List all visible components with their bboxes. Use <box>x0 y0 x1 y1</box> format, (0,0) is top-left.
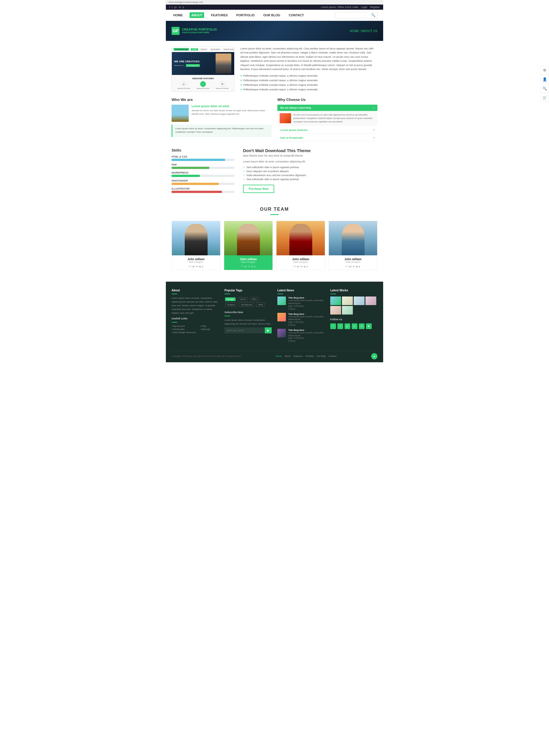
tag-uiux[interactable]: UI/UX <box>238 297 248 301</box>
accordion-body-1: At vero eos et accusamus et iusto odio d… <box>277 111 377 126</box>
login-link[interactable]: Login <box>361 6 367 9</box>
team-photo-1 <box>172 221 220 255</box>
accordion-header-1[interactable]: We are always improving − <box>277 105 377 111</box>
instagram-icon[interactable]: in <box>179 6 181 9</box>
team-fb-4[interactable]: f <box>346 265 346 268</box>
team-in-4[interactable]: in <box>353 265 355 268</box>
footer-links-left: My Account Shortcodes Web Design Resourc… <box>172 325 196 334</box>
nav-contact[interactable]: CONTACT <box>287 12 306 18</box>
footer-bottom-blog[interactable]: Our Blog <box>317 355 326 357</box>
footer-link-shortcodes[interactable]: Shortcodes <box>172 328 196 331</box>
search-input[interactable] <box>337 14 371 17</box>
skill-wordpress: WORDPRESS <box>172 171 234 177</box>
team-tw-3[interactable]: t <box>295 265 296 268</box>
logo-title-portfolio: PORTFOLIO <box>198 28 217 31</box>
team-social-4: f t g+ in ig p <box>331 265 375 268</box>
team-pi-3[interactable]: p <box>307 265 308 268</box>
footer-link-webdesign[interactable]: Web Design Resource <box>172 331 196 334</box>
nav-about[interactable]: ABOUT <box>190 12 204 18</box>
mockup-icon-2: ✓ Awesome Title Here <box>197 81 210 89</box>
footer-bottom-home[interactable]: Home <box>276 355 282 357</box>
follow-yt-icon[interactable]: ▶ <box>366 323 372 329</box>
nav-features[interactable]: FEATURES <box>209 12 229 18</box>
nav-search-box[interactable]: 🔍 <box>335 12 377 18</box>
footer-link-sitemap[interactable]: Sitemap <box>200 328 210 331</box>
mockup-label-2: Awesome Title Here <box>197 87 210 89</box>
footer-about-title: About <box>172 289 219 292</box>
register-link[interactable]: Register <box>370 6 380 9</box>
team-fb-2[interactable]: f <box>241 265 242 268</box>
team-ig-1[interactable]: ig <box>199 265 201 268</box>
follow-tw-icon[interactable]: t <box>337 323 343 329</box>
follow-pi-icon[interactable]: p <box>352 323 357 329</box>
logo-tagline: YOUR SLOGAN GOES HERE <box>182 31 217 34</box>
mockup-label-1: Awesome Title Here <box>177 87 190 89</box>
pinterest-icon[interactable]: p <box>182 6 184 9</box>
team-photo-3 <box>277 221 325 255</box>
skill-html-bar <box>172 159 234 161</box>
footer-link-faq[interactable]: FAQ <box>200 325 210 327</box>
work-1 <box>330 297 341 305</box>
skill-wordpress-label: WORDPRESS <box>172 171 234 174</box>
news-thumb-1 <box>277 297 286 305</box>
team-pi-2[interactable]: p <box>254 265 255 268</box>
news-date-1: Date: 17/12/2016 2:00 pm <box>288 305 325 311</box>
tag-graphic[interactable]: Graphic <box>225 303 237 307</box>
facebook-icon[interactable]: f <box>169 6 170 9</box>
team-tw-1[interactable]: t <box>190 265 191 268</box>
subscribe-email-input[interactable] <box>224 327 265 333</box>
follow-fb-icon[interactable]: f <box>330 323 336 329</box>
search-icon[interactable]: 🔍 <box>371 13 375 17</box>
skill-photoshop-fill <box>172 183 219 185</box>
team-fb-1[interactable]: f <box>189 265 189 268</box>
nav-blog[interactable]: OUR BLOG <box>262 12 282 18</box>
tag-design[interactable]: Design <box>225 297 236 301</box>
footer-bottom-features[interactable]: Features <box>293 355 303 357</box>
team-tw-2[interactable]: t <box>243 265 243 268</box>
team-in-2[interactable]: in <box>248 265 250 268</box>
team-ig-4[interactable]: ig <box>356 265 358 268</box>
news-text-1: Title Blog Here Lorem ipsum dolor sit am… <box>288 297 325 310</box>
footer-divider-3 <box>277 294 283 294</box>
footer-bottom-about[interactable]: About <box>285 355 291 357</box>
subscribe-button[interactable]: ▶ <box>265 327 272 333</box>
follow-gp-icon[interactable]: g+ <box>345 323 350 329</box>
team-pi-4[interactable]: p <box>359 265 360 268</box>
googleplus-icon[interactable]: g+ <box>174 6 177 9</box>
team-in-3[interactable]: in <box>301 265 303 268</box>
tag-web[interactable]: Web <box>256 303 265 307</box>
footer-bottom-contact[interactable]: Contact <box>329 355 337 357</box>
follow-in-icon[interactable]: in <box>359 323 365 329</box>
team-gp-1[interactable]: g+ <box>192 265 195 268</box>
team-tw-4[interactable]: t <box>347 265 348 268</box>
footer-divider-sub <box>224 316 230 316</box>
accordion-header-3[interactable]: Sed ut Perspiciatis + <box>277 135 377 141</box>
breadcrumb-current: ABOUT US <box>361 29 377 33</box>
accordion-header-2[interactable]: Lorem Ipsum Dolorem + <box>277 127 377 134</box>
mockup-label-3: Awesome Title Here <box>216 87 229 89</box>
tag-seo[interactable]: SEO <box>250 297 259 301</box>
team-ig-2[interactable]: ig <box>251 265 253 268</box>
team-fb-3[interactable]: f <box>293 265 294 268</box>
team-in-1[interactable]: in <box>196 265 198 268</box>
nav-home[interactable]: HOME <box>172 12 184 18</box>
who-we-are-title: Who We are <box>172 98 272 102</box>
tag-wordpress[interactable]: Wordpress <box>239 303 254 307</box>
footer-divider-4 <box>330 294 336 294</box>
team-photo-4 <box>329 221 377 255</box>
twitter-icon[interactable]: t <box>172 6 173 9</box>
team-ig-3[interactable]: ig <box>304 265 305 268</box>
nav-portfolio[interactable]: PORTFOLIO <box>235 12 256 18</box>
skill-php-bar <box>172 167 234 169</box>
team-gp-2[interactable]: g+ <box>245 265 247 268</box>
footer-bottom-portfolio[interactable]: Portfolio <box>305 355 314 357</box>
team-gp-4[interactable]: g+ <box>349 265 352 268</box>
scroll-to-top-button[interactable]: ▲ <box>371 353 377 359</box>
footer-link-account[interactable]: My Account <box>172 325 196 327</box>
purchase-button[interactable]: Purchase Now <box>243 185 274 193</box>
footer-about-text: Lorem ipsum dolor sit amet, consectetur … <box>172 297 219 315</box>
who-we-are-inner: Lorem ipsum dolor sit amet Aenean ac lor… <box>172 105 272 122</box>
team-pi-1[interactable]: p <box>202 265 203 268</box>
team-gp-3[interactable]: g+ <box>297 265 300 268</box>
mockup-purchase-btn[interactable]: Purchase Now <box>186 64 200 67</box>
